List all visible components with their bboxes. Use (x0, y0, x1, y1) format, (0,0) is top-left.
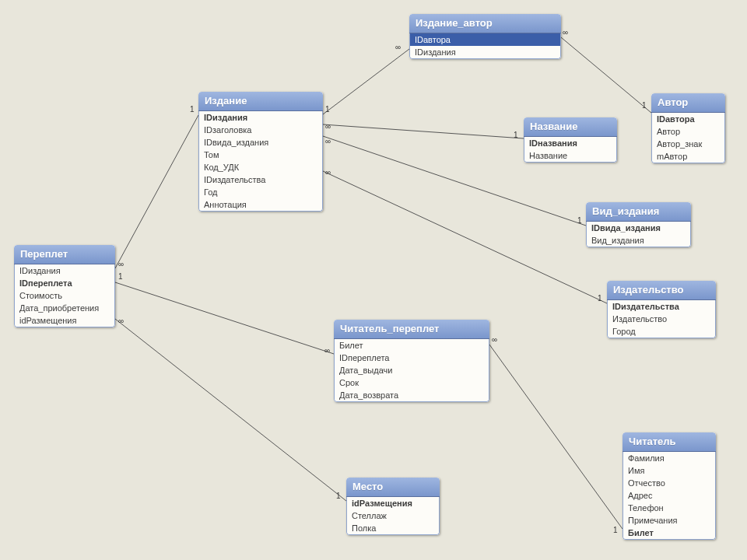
field-row[interactable]: Стеллаж (347, 509, 439, 522)
field-list: IDиздательстваИздательствоГород (607, 300, 716, 338)
svg-line-5 (115, 115, 198, 268)
cardinality-label: ∞ (325, 137, 331, 145)
field-row[interactable]: Отчество (623, 477, 715, 489)
field-row[interactable]: IDвида_издания (199, 136, 322, 149)
field-row[interactable]: IDиздания (410, 46, 560, 58)
field-row[interactable]: Билет (335, 339, 489, 352)
cardinality-label: ∞ (492, 335, 497, 344)
entity-izdanie_avtor[interactable]: Издание_авторIDавтораIDиздания (409, 14, 561, 59)
field-row[interactable]: idРазмещения (15, 314, 114, 327)
field-row[interactable]: Полка (347, 522, 439, 534)
cardinality-label: 1 (613, 526, 618, 534)
cardinality-label: 1 (325, 105, 330, 114)
cardinality-label: 1 (336, 492, 341, 500)
entity-vid_izdania[interactable]: Вид_изданияIDвида_изданияВид_издания (586, 202, 691, 247)
entity-chitatel_pereplet[interactable]: Читатель_переплетБилетIDпереплетаДата_вы… (334, 320, 489, 402)
cardinality-label: 1 (577, 216, 582, 225)
entity-title[interactable]: Место (346, 478, 440, 497)
field-row[interactable]: mАвтор (652, 150, 724, 163)
entity-izdanie[interactable]: ИзданиеIDизданияIDзаголовкаIDвида_издани… (198, 92, 323, 212)
cardinality-label: ∞ (118, 260, 124, 268)
field-row[interactable]: IDиздательства (199, 173, 322, 186)
field-row[interactable]: Том (199, 149, 322, 161)
field-list: IDвида_изданияВид_издания (586, 222, 691, 247)
field-row[interactable]: Издательство (608, 313, 715, 325)
entity-chitatel[interactable]: ЧитательФамилияИмяОтчествоАдресТелефонПр… (622, 432, 716, 540)
field-row[interactable]: Телефон (623, 502, 715, 514)
entity-nazvanie[interactable]: НазваниеIDназванияНазвание (524, 117, 617, 163)
entity-title[interactable]: Читатель_переплет (334, 320, 489, 339)
cardinality-label: 1 (598, 294, 602, 303)
field-row[interactable]: IDавтора (652, 113, 724, 125)
cardinality-label: 1 (514, 131, 518, 139)
field-row[interactable]: IDназвания (524, 137, 616, 149)
field-row[interactable]: Срок (335, 376, 489, 389)
field-row[interactable]: IDиздания (199, 111, 322, 124)
field-row[interactable]: idРазмещения (347, 497, 439, 509)
cardinality-label: ∞ (325, 168, 331, 177)
svg-line-2 (323, 124, 524, 138)
field-row[interactable]: Стоимость (15, 289, 114, 302)
field-row[interactable]: Примечания (623, 514, 715, 527)
field-row[interactable]: Автор_знак (652, 138, 724, 150)
svg-line-1 (561, 37, 651, 113)
field-row[interactable]: IDавтора (410, 33, 560, 46)
er-diagram-canvas: 1∞∞1∞1∞1∞11∞1∞∞1∞1ПереплетIDизданияIDпер… (0, 0, 747, 560)
svg-line-6 (115, 282, 334, 354)
field-row[interactable]: IDпереплета (15, 277, 114, 289)
entity-mesto[interactable]: МестоidРазмещенияСтеллажПолка (346, 478, 440, 535)
cardinality-label: 1 (190, 105, 195, 114)
cardinality-label: 1 (118, 272, 123, 281)
field-row[interactable]: Билет (623, 527, 715, 539)
field-row[interactable]: IDвида_издания (587, 222, 690, 234)
cardinality-label: ∞ (118, 317, 124, 325)
entity-title[interactable]: Читатель (622, 432, 716, 452)
entity-title[interactable]: Вид_издания (586, 202, 691, 222)
field-row[interactable]: Код_УДК (199, 161, 322, 173)
cardinality-label: ∞ (395, 43, 401, 51)
cardinality-label: ∞ (325, 122, 331, 131)
cardinality-label: ∞ (324, 346, 330, 355)
svg-line-8 (489, 345, 622, 529)
entity-title[interactable]: Издание (198, 92, 323, 111)
field-row[interactable]: Вид_издания (587, 234, 690, 247)
field-row[interactable]: Адрес (623, 489, 715, 502)
field-list: ФамилияИмяОтчествоАдресТелефонПримечания… (622, 452, 716, 540)
field-row[interactable]: Аннотация (199, 198, 322, 211)
field-row[interactable]: IDиздательства (608, 300, 715, 313)
field-row[interactable]: Дата_возврата (335, 389, 489, 401)
field-row[interactable]: Название (524, 149, 616, 162)
field-list: IDназванияНазвание (524, 137, 617, 163)
field-list: IDавтораIDиздания (409, 33, 561, 59)
field-row[interactable]: IDзаголовка (199, 124, 322, 136)
field-row[interactable]: Город (608, 325, 715, 338)
entity-title[interactable]: Автор (651, 93, 725, 113)
cardinality-label: 1 (642, 101, 647, 110)
entity-title[interactable]: Название (524, 117, 617, 137)
field-row[interactable]: IDпереплета (335, 352, 489, 364)
entity-pereplet[interactable]: ПереплетIDизданияIDпереплетаСтоимостьДат… (14, 245, 115, 327)
cardinality-label: ∞ (563, 28, 568, 37)
entity-title[interactable]: Издание_автор (409, 14, 561, 33)
field-list: IDизданияIDзаголовкаIDвида_изданияТомКод… (198, 111, 323, 212)
entity-avtor[interactable]: АвторIDавтораАвторАвтор_знакmАвтор (651, 93, 725, 163)
field-list: IDавтораАвторАвтор_знакmАвтор (651, 113, 725, 163)
field-row[interactable]: IDиздания (15, 264, 114, 277)
field-row[interactable]: Автор (652, 125, 724, 138)
field-row[interactable]: Имя (623, 464, 715, 477)
field-row[interactable]: Дата_приобретения (15, 302, 114, 314)
entity-title[interactable]: Переплет (14, 245, 115, 264)
field-list: idРазмещенияСтеллажПолка (346, 497, 440, 535)
field-list: IDизданияIDпереплетаСтоимостьДата_приобр… (14, 264, 115, 327)
field-row[interactable]: Год (199, 186, 322, 198)
svg-line-0 (323, 49, 409, 114)
field-list: БилетIDпереплетаДата_выдачиСрокДата_возв… (334, 339, 489, 402)
entity-title[interactable]: Издательство (607, 281, 716, 300)
svg-line-7 (115, 319, 346, 501)
field-row[interactable]: Фамилия (623, 452, 715, 464)
svg-line-4 (323, 171, 607, 303)
entity-izdatelstvo[interactable]: ИздательствоIDиздательстваИздательствоГо… (607, 281, 716, 338)
field-row[interactable]: Дата_выдачи (335, 364, 489, 376)
